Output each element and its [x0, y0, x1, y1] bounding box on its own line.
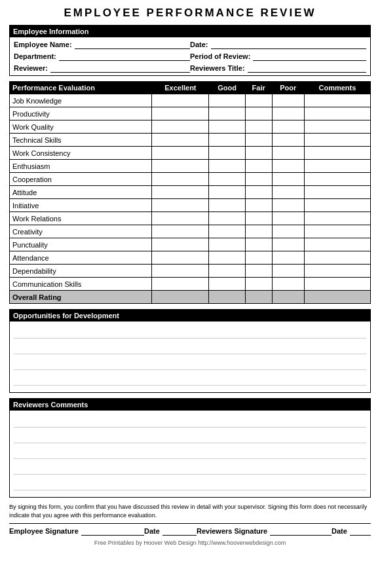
overall-poor-cell[interactable]	[272, 291, 304, 304]
rating-excellent-cell[interactable]	[152, 225, 209, 238]
rating-excellent-cell[interactable]	[152, 173, 209, 186]
rating-good-cell[interactable]	[209, 134, 245, 147]
comments-cell[interactable]	[304, 94, 370, 107]
rating-excellent-cell[interactable]	[152, 199, 209, 212]
comments-cell[interactable]	[304, 147, 370, 160]
comments-cell[interactable]	[304, 173, 370, 186]
rating-excellent-cell[interactable]	[152, 265, 209, 278]
rating-good-cell[interactable]	[209, 120, 245, 134]
comments-cell[interactable]	[304, 265, 370, 278]
dev-line-2[interactable]	[14, 341, 366, 354]
comment-line-5[interactable]	[14, 477, 366, 490]
rating-good-cell[interactable]	[209, 186, 245, 199]
employee-signature-line[interactable]	[81, 526, 144, 536]
rating-excellent-cell[interactable]	[152, 94, 209, 107]
rating-excellent-cell[interactable]	[152, 186, 209, 199]
rating-excellent-cell[interactable]	[152, 251, 209, 265]
comments-cell[interactable]	[304, 238, 370, 251]
rating-fair-cell[interactable]	[245, 278, 272, 291]
rating-excellent-cell[interactable]	[152, 212, 209, 225]
overall-comments-cell[interactable]	[304, 291, 370, 304]
rating-good-cell[interactable]	[209, 251, 245, 265]
rating-poor-cell[interactable]	[272, 278, 304, 291]
rating-good-cell[interactable]	[209, 160, 245, 173]
rating-fair-cell[interactable]	[245, 186, 272, 199]
dev-line-3[interactable]	[14, 357, 366, 370]
period-field[interactable]	[253, 52, 366, 61]
rating-good-cell[interactable]	[209, 147, 245, 160]
employee-name-field[interactable]	[75, 40, 190, 49]
rating-poor-cell[interactable]	[272, 134, 304, 147]
comments-cell[interactable]	[304, 278, 370, 291]
rating-fair-cell[interactable]	[245, 107, 272, 120]
rating-poor-cell[interactable]	[272, 160, 304, 173]
reviewers-title-field[interactable]	[248, 64, 366, 73]
comments-cell[interactable]	[304, 134, 370, 147]
rating-excellent-cell[interactable]	[152, 107, 209, 120]
comments-cell[interactable]	[304, 212, 370, 225]
rating-fair-cell[interactable]	[245, 134, 272, 147]
date-field[interactable]	[211, 40, 366, 49]
rating-good-cell[interactable]	[209, 278, 245, 291]
comments-cell[interactable]	[304, 225, 370, 238]
sig-date1-line[interactable]	[162, 526, 197, 536]
comments-cell[interactable]	[304, 120, 370, 134]
rating-fair-cell[interactable]	[245, 120, 272, 134]
rating-excellent-cell[interactable]	[152, 120, 209, 134]
rating-excellent-cell[interactable]	[152, 278, 209, 291]
rating-fair-cell[interactable]	[245, 173, 272, 186]
overall-fair-cell[interactable]	[245, 291, 272, 304]
comments-cell[interactable]	[304, 186, 370, 199]
reviewer-field[interactable]	[50, 64, 190, 73]
rating-good-cell[interactable]	[209, 265, 245, 278]
comments-cell[interactable]	[304, 107, 370, 120]
rating-fair-cell[interactable]	[245, 225, 272, 238]
rating-excellent-cell[interactable]	[152, 134, 209, 147]
rating-poor-cell[interactable]	[272, 186, 304, 199]
overall-good-cell[interactable]	[209, 291, 245, 304]
comment-line-3[interactable]	[14, 446, 366, 459]
rating-poor-cell[interactable]	[272, 199, 304, 212]
category-cell: Attitude	[10, 186, 152, 199]
rating-good-cell[interactable]	[209, 94, 245, 107]
rating-excellent-cell[interactable]	[152, 238, 209, 251]
rating-good-cell[interactable]	[209, 212, 245, 225]
rating-fair-cell[interactable]	[245, 94, 272, 107]
rating-fair-cell[interactable]	[245, 265, 272, 278]
sig-date2-line[interactable]	[350, 526, 371, 536]
rating-poor-cell[interactable]	[272, 251, 304, 265]
rating-good-cell[interactable]	[209, 107, 245, 120]
rating-fair-cell[interactable]	[245, 212, 272, 225]
comment-line-1[interactable]	[14, 414, 366, 428]
comments-cell[interactable]	[304, 160, 370, 173]
dev-line-1[interactable]	[14, 325, 366, 339]
comment-line-2[interactable]	[14, 430, 366, 443]
rating-excellent-cell[interactable]	[152, 160, 209, 173]
rating-poor-cell[interactable]	[272, 120, 304, 134]
rating-fair-cell[interactable]	[245, 199, 272, 212]
rating-poor-cell[interactable]	[272, 173, 304, 186]
rating-fair-cell[interactable]	[245, 147, 272, 160]
rating-excellent-cell[interactable]	[152, 147, 209, 160]
comments-cell[interactable]	[304, 199, 370, 212]
reviewers-signature-line[interactable]	[270, 526, 332, 536]
rating-good-cell[interactable]	[209, 199, 245, 212]
rating-good-cell[interactable]	[209, 238, 245, 251]
rating-poor-cell[interactable]	[272, 265, 304, 278]
rating-poor-cell[interactable]	[272, 147, 304, 160]
rating-poor-cell[interactable]	[272, 238, 304, 251]
department-field[interactable]	[59, 52, 190, 61]
rating-poor-cell[interactable]	[272, 94, 304, 107]
comments-cell[interactable]	[304, 251, 370, 265]
rating-good-cell[interactable]	[209, 225, 245, 238]
rating-fair-cell[interactable]	[245, 160, 272, 173]
rating-poor-cell[interactable]	[272, 212, 304, 225]
rating-good-cell[interactable]	[209, 173, 245, 186]
comment-line-4[interactable]	[14, 462, 366, 475]
dev-line-4[interactable]	[14, 373, 366, 386]
rating-poor-cell[interactable]	[272, 107, 304, 120]
overall-excellent-cell[interactable]	[152, 291, 209, 304]
rating-poor-cell[interactable]	[272, 225, 304, 238]
rating-fair-cell[interactable]	[245, 238, 272, 251]
rating-fair-cell[interactable]	[245, 251, 272, 265]
